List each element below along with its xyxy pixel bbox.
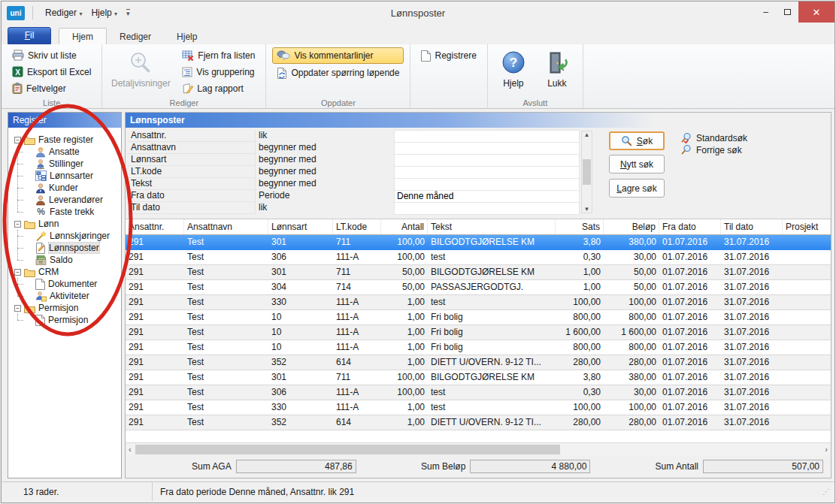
table-row[interactable]: 291 Test 330 111-A 1,00 test 100,00 100,… xyxy=(126,400,831,415)
scrollbar-thumb[interactable] xyxy=(135,445,560,454)
tree-item-kunder[interactable]: Kunder xyxy=(35,182,120,194)
tree-item-ansatte[interactable]: Ansatte xyxy=(35,146,120,158)
lagre-sok-button[interactable]: Lagre søk xyxy=(609,179,665,198)
table-row[interactable]: 291 Test 352 614 1,00 DIETT U/OVERN. 9-1… xyxy=(126,415,831,430)
tree-node-permisjon[interactable]: − Permisjon xyxy=(13,302,120,314)
tree-item-lonnskjoringer[interactable]: Lønnskjøringer xyxy=(35,230,120,242)
filter-value-input[interactable] xyxy=(395,203,579,214)
sum-aga-label: Sum AGA xyxy=(192,461,232,472)
registrere-button[interactable]: Registrere xyxy=(416,47,480,64)
tree-item-faste-trekk[interactable]: % Faste trekk xyxy=(35,206,120,218)
scroll-up-icon[interactable]: ▲ xyxy=(584,131,590,138)
column-header[interactable]: Tekst xyxy=(428,219,556,234)
sum-aga-value: 487,86 xyxy=(236,460,356,473)
filter-value-input[interactable] xyxy=(395,131,579,142)
tree-node-lonn[interactable]: − Lønn xyxy=(13,218,120,230)
eksport-til-excel-button[interactable]: X Eksport til Excel xyxy=(8,64,95,80)
table-row[interactable]: 291 Test 304 714 50,00 PASSASJERGODTGJ. … xyxy=(126,280,831,295)
qat-customize-icon[interactable]: ▾ xyxy=(126,9,130,17)
collapse-icon[interactable]: − xyxy=(14,305,21,312)
feltvelger-button[interactable]: Feltvelger xyxy=(8,80,95,96)
filter-scrollbar[interactable]: ▲▼ xyxy=(581,131,592,213)
table-row[interactable]: 291 Test 10 111-A 1,00 Fri bolig 800,00 … xyxy=(126,340,831,355)
tab-fil[interactable]: Fil xyxy=(8,27,51,44)
column-header[interactable]: Sats xyxy=(556,219,604,234)
scroll-right-icon[interactable]: › xyxy=(825,445,828,454)
column-header[interactable]: Prosjekt xyxy=(783,219,831,234)
filter-operator[interactable]: lik xyxy=(256,202,395,214)
filter-value-input[interactable] xyxy=(395,191,579,202)
filter-operator[interactable]: lik xyxy=(256,130,395,142)
document-icon xyxy=(421,50,431,62)
scroll-down-icon[interactable]: ▼ xyxy=(584,206,590,213)
filter-operator[interactable]: begynner med xyxy=(256,166,395,178)
minimize-button[interactable]: – xyxy=(755,2,777,23)
tree-item-saldo[interactable]: Saldo xyxy=(35,254,120,266)
resize-grip-icon[interactable]: ⋰ xyxy=(822,487,834,496)
close-button[interactable]: ✕ xyxy=(798,2,834,23)
column-header[interactable]: LT.kode xyxy=(333,219,381,234)
skriv-ut-liste-button[interactable]: Skriv ut liste xyxy=(8,47,95,63)
collapse-icon[interactable]: − xyxy=(14,221,21,228)
sok-button[interactable]: Søk xyxy=(609,131,665,150)
qat-rediger-menu[interactable]: Rediger ▾ xyxy=(42,6,85,20)
filter-operator[interactable]: begynner med xyxy=(256,178,395,190)
detaljvisninger-button[interactable]: Detaljvisninger xyxy=(108,47,173,96)
table-row[interactable]: 291 Test 10 111-A 1,00 Fri bolig 800,00 … xyxy=(126,310,831,325)
tree-item-permisjon[interactable]: Permisjon xyxy=(35,314,120,326)
tree-item-stillinger[interactable]: Stillinger xyxy=(35,158,120,170)
tab-rediger[interactable]: Rediger xyxy=(107,29,164,44)
maximize-button[interactable] xyxy=(777,2,798,23)
column-header[interactable]: Til dato xyxy=(721,219,783,234)
collapse-icon[interactable]: − xyxy=(14,269,21,276)
vis-kommentarlinjer-toggle[interactable]: Vis kommentarlinjer xyxy=(272,47,404,64)
tree-item-dokumenter[interactable]: Dokumenter xyxy=(35,278,120,290)
table-row[interactable]: 291 Test 10 111-A 1,00 Fri bolig 1 600,0… xyxy=(126,325,831,340)
lag-rapport-button[interactable]: Lag rapport xyxy=(177,80,259,96)
tree-node-crm[interactable]: − CRM xyxy=(13,266,120,278)
horizontal-scrollbar[interactable]: ‹ › xyxy=(126,442,831,455)
table-row[interactable]: 291 Test 301 711 100,00 BILGODTGJØRELSE … xyxy=(126,235,831,250)
tree-item-lonnsposter[interactable]: Lønnsposter xyxy=(35,242,120,254)
filter-operator[interactable]: begynner med xyxy=(256,154,395,166)
lukk-button[interactable]: Lukk xyxy=(538,47,577,96)
forrige-sok-link[interactable]: Forrige søk xyxy=(681,144,747,156)
filter-value-input[interactable] xyxy=(395,179,579,190)
tab-hjem[interactable]: Hjem xyxy=(59,28,107,44)
collapse-icon[interactable]: − xyxy=(14,137,21,143)
scrollbar-thumb[interactable] xyxy=(583,159,591,185)
column-header[interactable]: Ansattnr. xyxy=(126,219,184,234)
tree-node-faste-register[interactable]: − Faste register xyxy=(13,134,120,146)
table-row[interactable]: 291 Test 352 614 1,00 DIETT U/OVERN. 9-1… xyxy=(126,355,831,370)
fjern-fra-listen-button[interactable]: Fjern fra listen xyxy=(177,47,259,63)
filter-value-input[interactable] xyxy=(395,143,579,154)
filter-operator[interactable]: Periode xyxy=(256,190,395,202)
column-header[interactable]: Fra dato xyxy=(659,219,721,234)
tree-item-lonnsarter[interactable]: Lønnsarter xyxy=(35,170,120,182)
table-row[interactable]: 291 Test 306 111-A 100,00 test 0,30 30,0… xyxy=(126,250,831,265)
nytt-sok-button[interactable]: Nytt søk xyxy=(609,155,665,174)
table-row[interactable]: 291 Test 330 111-A 1,00 test 100,00 100,… xyxy=(126,295,831,310)
ribbon-group-liste: Skriv ut liste X Eksport til Excel Feltv… xyxy=(2,44,102,108)
tree-item-leverandorer[interactable]: Leverandører xyxy=(35,194,120,206)
hjelp-button[interactable]: ? Hjelp xyxy=(494,47,533,96)
document-pencil-icon xyxy=(35,243,46,254)
table-row[interactable]: 291 Test 301 711 50,00 BILGODTGJØRELSE K… xyxy=(126,265,831,280)
filter-operator[interactable]: begynner med xyxy=(256,142,395,154)
table-row[interactable]: 291 Test 306 111-A 100,00 test 0,30 30,0… xyxy=(126,385,831,400)
column-header[interactable]: Ansattnavn xyxy=(184,219,268,234)
column-header[interactable]: Lønnsart xyxy=(268,219,333,234)
column-header[interactable]: Antall xyxy=(381,219,428,234)
table-header: Ansattnr. Ansattnavn Lønnsart LT.kode An… xyxy=(126,219,831,235)
tree-item-aktiviteter[interactable]: Aktiviteter xyxy=(35,290,120,302)
filter-value-input[interactable] xyxy=(395,155,579,166)
oppdater-sporring-button[interactable]: Oppdater spørring løpende xyxy=(272,65,404,81)
standardsok-link[interactable]: Standardsøk xyxy=(681,132,747,144)
qat-hjelp-menu[interactable]: Hjelp ▾ xyxy=(88,6,120,20)
scroll-left-icon[interactable]: ‹ xyxy=(129,445,132,454)
vis-gruppering-button[interactable]: Vis gruppering xyxy=(177,64,259,80)
tab-hjelp[interactable]: Hjelp xyxy=(164,29,210,44)
table-row[interactable]: 291 Test 301 711 100,00 BILGODTGJØRELSE … xyxy=(126,370,831,385)
filter-value-input[interactable] xyxy=(395,167,579,178)
column-header[interactable]: Beløp xyxy=(604,219,659,234)
